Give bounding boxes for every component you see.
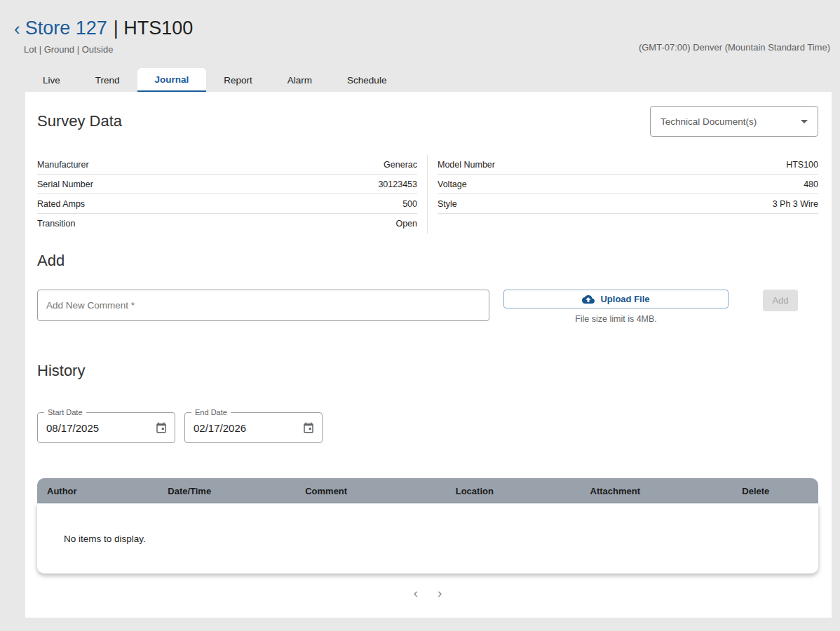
survey-value: Open	[395, 219, 417, 229]
column-header-comment: Comment	[241, 486, 412, 496]
start-date-field: Start Date	[37, 412, 175, 443]
upload-file-button[interactable]: Upload File	[503, 290, 729, 308]
add-section-title: Add	[37, 252, 818, 270]
technical-documents-select-value: Technical Document(s)	[661, 116, 757, 127]
history-table-body: No items to display.	[37, 503, 818, 574]
survey-row-rated-amps: Rated Amps 500	[37, 194, 417, 214]
end-date-label: End Date	[191, 408, 231, 416]
survey-header: Survey Data Technical Document(s)	[37, 106, 818, 137]
survey-value: Generac	[384, 160, 417, 170]
tab-report[interactable]: Report	[206, 68, 270, 92]
start-date-label: Start Date	[44, 408, 86, 416]
title-row: ‹ Store 127 | HTS100	[14, 18, 830, 39]
tab-bar: Live Trend Journal Report Alarm Schedule	[25, 68, 840, 92]
survey-row-serial-number: Serial Number 30123453	[37, 175, 417, 194]
survey-column-left: Manufacturer Generac Serial Number 30123…	[37, 155, 428, 233]
timezone-label: (GMT-07:00) Denver (Mountain Standard Ti…	[639, 42, 830, 53]
add-button[interactable]: Add	[763, 290, 798, 311]
cloud-upload-icon	[582, 293, 595, 306]
journal-panel: Survey Data Technical Document(s) Manufa…	[25, 92, 832, 618]
page-header: ‹ Store 127 | HTS100 Lot | Ground | Outs…	[0, 0, 840, 55]
file-size-note: File size limit is 4MB.	[503, 314, 729, 324]
end-date-field: End Date	[184, 412, 323, 443]
technical-documents-select[interactable]: Technical Document(s)	[650, 106, 818, 137]
start-date-input[interactable]	[46, 422, 155, 434]
survey-label: Style	[438, 199, 457, 209]
tab-trend[interactable]: Trend	[78, 68, 137, 92]
survey-data-title: Survey Data	[37, 112, 122, 130]
survey-label: Manufacturer	[37, 160, 89, 170]
tab-journal[interactable]: Journal	[137, 68, 207, 92]
survey-row-empty	[438, 214, 818, 233]
survey-value: 3 Ph 3 Wire	[773, 199, 818, 209]
end-date-calendar-button[interactable]	[302, 421, 315, 434]
column-header-datetime: Date/Time	[139, 486, 241, 496]
pagination: ‹ ›	[37, 585, 818, 615]
survey-data-grid: Manufacturer Generac Serial Number 30123…	[37, 155, 818, 233]
survey-label: Serial Number	[37, 179, 93, 189]
survey-label: Voltage	[438, 179, 467, 189]
previous-page-button[interactable]: ‹	[409, 585, 422, 601]
column-header-delete: Delete	[693, 486, 818, 496]
survey-label: Rated Amps	[37, 199, 85, 209]
page-title-store: Store 127	[25, 18, 107, 39]
survey-row-voltage: Voltage 480	[438, 175, 818, 194]
chevron-down-icon	[801, 120, 808, 123]
add-row: Upload File File size limit is 4MB. Add	[37, 290, 818, 324]
survey-row-style: Style 3 Ph 3 Wire	[438, 194, 818, 214]
history-section-title: History	[37, 362, 818, 380]
upload-file-label: Upload File	[600, 294, 649, 304]
end-date-input[interactable]	[194, 422, 302, 434]
survey-value: 500	[402, 199, 417, 209]
tab-alarm[interactable]: Alarm	[270, 68, 330, 92]
empty-table-message: No items to display.	[64, 534, 146, 544]
column-header-author: Author	[37, 486, 139, 496]
back-chevron-icon[interactable]: ‹	[14, 21, 20, 36]
history-table: Author Date/Time Comment Location Attach…	[37, 478, 818, 574]
survey-row-model-number: Model Number HTS100	[438, 155, 818, 175]
survey-row-manufacturer: Manufacturer Generac	[37, 155, 417, 175]
start-date-calendar-button[interactable]	[155, 421, 168, 434]
tab-schedule[interactable]: Schedule	[330, 68, 404, 92]
tab-live[interactable]: Live	[25, 68, 78, 92]
upload-area: Upload File File size limit is 4MB.	[503, 290, 729, 324]
calendar-icon	[302, 421, 315, 434]
survey-label: Transition	[37, 219, 75, 229]
survey-value: HTS100	[786, 160, 818, 170]
column-header-attachment: Attachment	[537, 486, 693, 496]
survey-label: Model Number	[438, 160, 495, 170]
date-filter-row: Start Date End Date	[37, 412, 818, 443]
survey-row-transition: Transition Open	[37, 214, 417, 233]
survey-value: 30123453	[378, 179, 417, 189]
new-comment-input[interactable]	[37, 290, 489, 321]
column-header-location: Location	[412, 486, 537, 496]
next-page-button[interactable]: ›	[433, 585, 446, 601]
page-title-device: | HTS100	[114, 18, 194, 39]
history-table-header: Author Date/Time Comment Location Attach…	[37, 478, 818, 503]
survey-column-right: Model Number HTS100 Voltage 480 Style 3 …	[428, 155, 818, 233]
calendar-icon	[155, 421, 168, 434]
survey-value: 480	[804, 179, 818, 189]
